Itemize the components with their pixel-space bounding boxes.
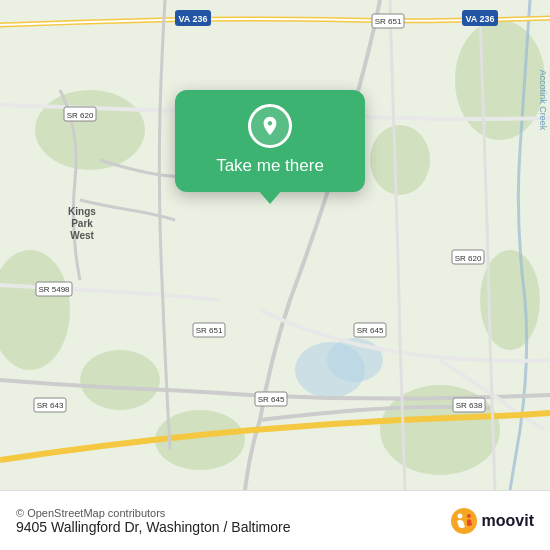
svg-text:SR 620: SR 620	[455, 254, 482, 263]
svg-text:Kings: Kings	[68, 206, 96, 217]
address-text: 9405 Wallingford Dr, Washington / Baltim…	[16, 519, 440, 535]
moovit-icon	[450, 507, 478, 535]
svg-text:VA 236: VA 236	[465, 14, 494, 24]
svg-text:SR 643: SR 643	[37, 401, 64, 410]
take-me-there-label: Take me there	[216, 156, 324, 176]
svg-point-38	[457, 513, 462, 518]
svg-text:SR 638: SR 638	[456, 401, 483, 410]
location-pin-icon	[248, 104, 292, 148]
svg-text:SR 651: SR 651	[375, 17, 402, 26]
copyright-text: © OpenStreetMap contributors	[16, 507, 440, 519]
map-container: VA 236 VA 236 SR 651 SR 620 SR 620 SR 54…	[0, 0, 550, 490]
svg-text:West: West	[70, 230, 94, 241]
map-svg: VA 236 VA 236 SR 651 SR 620 SR 620 SR 54…	[0, 0, 550, 490]
svg-point-1	[35, 90, 145, 170]
svg-point-39	[467, 514, 471, 518]
svg-point-37	[451, 508, 477, 534]
svg-text:SR 651: SR 651	[196, 326, 223, 335]
take-me-there-popup[interactable]: Take me there	[175, 90, 365, 192]
svg-text:Accotink Creek: Accotink Creek	[538, 70, 548, 131]
footer: © OpenStreetMap contributors 9405 Wallin…	[0, 490, 550, 550]
footer-content: © OpenStreetMap contributors 9405 Wallin…	[16, 507, 440, 535]
svg-point-3	[455, 20, 545, 140]
svg-point-8	[80, 350, 160, 410]
svg-text:SR 645: SR 645	[258, 395, 285, 404]
moovit-brand-text: moovit	[482, 512, 534, 530]
svg-text:Park: Park	[71, 218, 93, 229]
svg-text:SR 645: SR 645	[357, 326, 384, 335]
svg-text:SR 5498: SR 5498	[38, 285, 70, 294]
svg-point-4	[370, 125, 430, 195]
svg-text:VA 236: VA 236	[178, 14, 207, 24]
moovit-logo: moovit	[450, 507, 534, 535]
svg-text:SR 620: SR 620	[67, 111, 94, 120]
